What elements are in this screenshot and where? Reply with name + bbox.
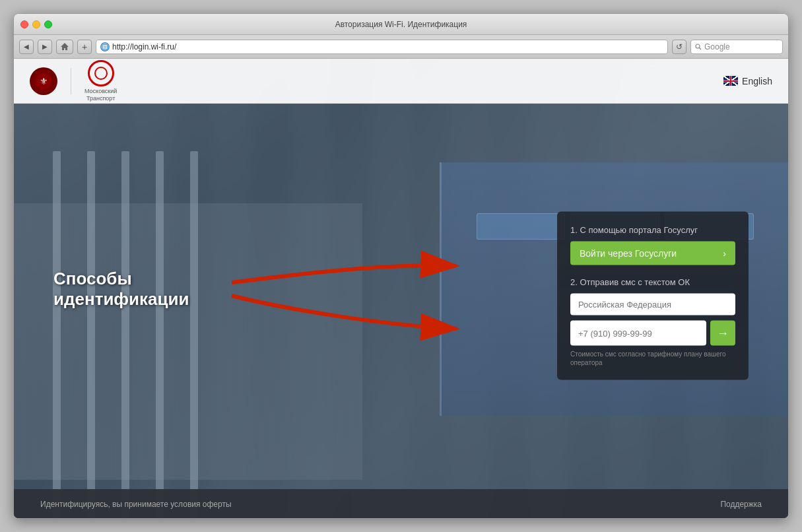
- search-bar[interactable]: Google: [690, 40, 783, 54]
- sms-note: Стоимость смс согласно тарифному плану в…: [570, 350, 735, 367]
- gosuslugi-chevron-icon: ›: [723, 248, 726, 259]
- language-switcher[interactable]: English: [723, 76, 772, 86]
- page-content: ⚜ МосковскийТранспорт: [14, 59, 788, 519]
- close-traffic-light[interactable]: [20, 20, 28, 28]
- forward-button[interactable]: ▶: [38, 40, 52, 54]
- arrow-right-icon: →: [717, 326, 729, 340]
- maximize-traffic-light[interactable]: [44, 20, 52, 28]
- svg-point-3: [696, 44, 700, 48]
- language-label: English: [742, 76, 772, 86]
- svg-line-4: [700, 48, 702, 50]
- new-tab-button[interactable]: +: [77, 40, 92, 54]
- browser-window: Авторизация Wi-Fi. Идентификация ◀ ▶ + h…: [13, 13, 789, 519]
- phone-input[interactable]: [570, 321, 706, 346]
- svg-text:⚜: ⚜: [40, 76, 48, 86]
- url-globe-icon: [100, 42, 110, 51]
- arrows-graphic: [218, 223, 469, 368]
- terms-text: Идентифицируясь, вы принимаете условия о…: [40, 500, 232, 509]
- browser-toolbar: ◀ ▶ + http://login.wi-fi.ru/ ↺: [14, 35, 788, 59]
- search-icon: [695, 44, 702, 50]
- section2-title: 2. Отправив смс с текстом ОК: [570, 277, 735, 287]
- country-input[interactable]: [570, 294, 735, 316]
- phone-row: →: [570, 321, 735, 346]
- traffic-lights: [20, 20, 52, 28]
- back-button[interactable]: ◀: [19, 40, 34, 54]
- transport-logo: МосковскийТранспорт: [84, 60, 117, 102]
- logo-area: ⚜ МосковскийТранспорт: [30, 60, 117, 102]
- minimize-traffic-light[interactable]: [32, 20, 40, 28]
- browser-titlebar: Авторизация Wi-Fi. Идентификация: [14, 14, 788, 35]
- refresh-button[interactable]: ↺: [672, 40, 686, 54]
- send-sms-button[interactable]: →: [710, 321, 735, 346]
- logo-divider: [71, 68, 71, 94]
- support-link[interactable]: Поддержка: [720, 500, 762, 509]
- gosuslugi-button[interactable]: Войти через Госуслуги ›: [570, 242, 735, 265]
- moscow-coat-of-arms: ⚜: [30, 67, 57, 95]
- section1-title: 1. С помощью портала Госуслуг: [570, 225, 735, 235]
- url-bar[interactable]: http://login.wi-fi.ru/: [96, 40, 668, 54]
- transport-circle-icon: [88, 60, 114, 86]
- page-header: ⚜ МосковскийТранспорт: [14, 59, 788, 104]
- uk-flag-icon: [723, 76, 738, 86]
- search-label: Google: [704, 42, 730, 51]
- browser-title: Авторизация Wi-Fi. Идентификация: [335, 20, 467, 29]
- url-text: http://login.wi-fi.ru/: [112, 42, 176, 51]
- coat-icon: ⚜: [34, 72, 53, 90]
- transport-text: МосковскийТранспорт: [84, 88, 117, 102]
- page-footer: Идентифицируясь, вы принимаете условия о…: [14, 489, 788, 519]
- login-panel: 1. С помощью портала Госуслуг Войти чере…: [557, 212, 749, 380]
- home-button[interactable]: [56, 40, 73, 54]
